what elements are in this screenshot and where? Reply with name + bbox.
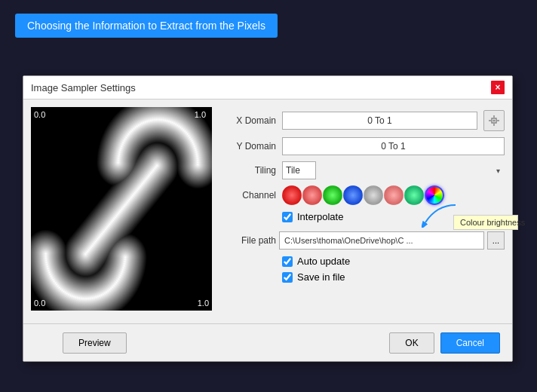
auto-update-checkbox[interactable] (282, 256, 293, 267)
preview-canvas (31, 107, 212, 311)
settings-area: X Domain Y Domain (223, 107, 505, 332)
svg-point-5 (493, 120, 496, 122)
close-button[interactable]: × (491, 81, 505, 94)
channel-blue-btn[interactable] (343, 185, 363, 205)
channel-red-btn[interactable] (282, 185, 302, 205)
tiling-row: Tiling Tile Clamp Mirror ▾ (223, 161, 505, 179)
channel-gray-btn[interactable] (364, 185, 383, 205)
preview-label-top-left: 0.0 (34, 110, 45, 119)
interpolate-checkbox[interactable] (282, 212, 293, 222)
auto-update-label: Auto update (297, 256, 350, 267)
y-domain-input[interactable] (282, 137, 505, 155)
preview-area: 1.0 0.0 0.0 1.0 (31, 107, 212, 311)
channel-green-btn[interactable] (323, 185, 342, 205)
channel-buttons (282, 185, 444, 205)
preview-label-top-right: 1.0 (195, 110, 206, 119)
tiling-select[interactable]: Tile Clamp Mirror (282, 161, 316, 179)
channel-row: Channel (223, 185, 505, 205)
dialog-titlebar: Image Sampler Settings × (23, 76, 512, 100)
banner-text: Choosing the Information to Extract from… (27, 20, 265, 32)
save-in-file-checkbox[interactable] (282, 272, 293, 283)
channel-pink-btn[interactable] (384, 185, 404, 205)
cancel-button[interactable]: Cancel (440, 332, 500, 354)
filepath-label: File path (223, 235, 276, 246)
crosshair-icon (488, 115, 500, 127)
preview-label-bottom-right: 1.0 (198, 299, 209, 308)
filepath-input[interactable] (279, 231, 484, 250)
save-in-file-label: Save in file (297, 271, 345, 283)
tooltip-arrow-svg (422, 201, 459, 228)
dialog-body: 1.0 0.0 0.0 1.0 X Domain (23, 100, 512, 339)
channel-label: Channel (223, 190, 276, 201)
x-domain-icon-btn[interactable] (483, 110, 505, 131)
dialog: Image Sampler Settings × 1.0 0.0 0.0 1.0… (23, 75, 513, 362)
banner: Choosing the Information to Extract from… (15, 14, 278, 38)
auto-update-row: Auto update (282, 256, 505, 267)
x-domain-input[interactable] (282, 112, 477, 130)
filepath-row: File path ... (223, 231, 505, 250)
save-in-file-row: Save in file (282, 271, 505, 283)
interpolate-row: Interpolate (282, 211, 505, 222)
x-domain-label: X Domain (223, 115, 276, 126)
y-domain-label: Y Domain (223, 141, 276, 152)
tiling-select-arrow: ▾ (496, 167, 500, 175)
tiling-select-wrapper: Tile Clamp Mirror ▾ (282, 161, 505, 179)
channel-orange-btn[interactable] (302, 185, 322, 205)
preview-label-bottom-left: 0.0 (34, 299, 45, 308)
y-domain-row: Y Domain (223, 137, 505, 155)
interpolate-label: Interpolate (297, 211, 343, 222)
browse-button[interactable]: ... (487, 231, 505, 250)
x-domain-row: X Domain (223, 110, 505, 131)
ok-button[interactable]: OK (389, 332, 434, 354)
preview-button[interactable]: Preview (63, 332, 127, 354)
tiling-label: Tiling (223, 165, 276, 176)
dialog-title: Image Sampler Settings (31, 82, 136, 93)
dialog-footer: Preview OK Cancel (23, 323, 512, 361)
